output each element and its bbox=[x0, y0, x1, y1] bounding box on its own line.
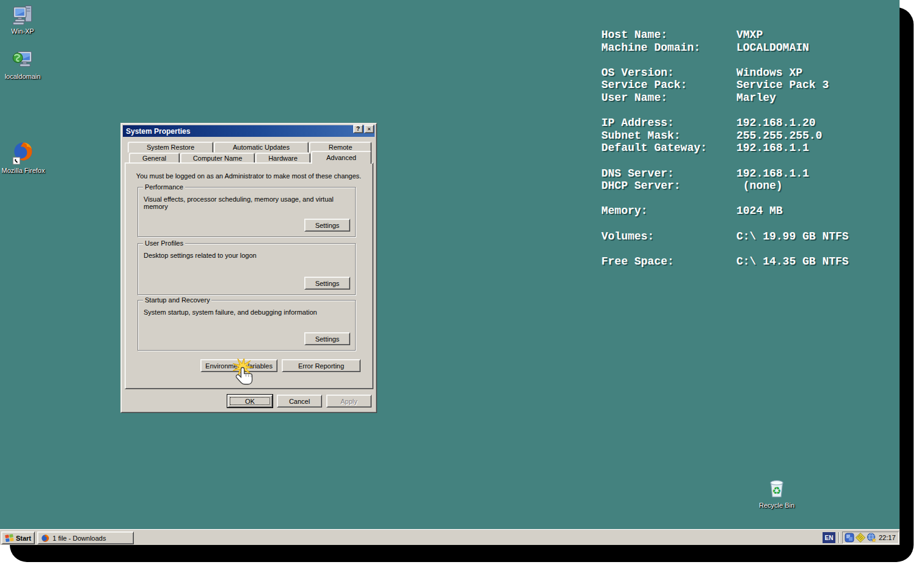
cancel-button[interactable]: Cancel bbox=[277, 395, 322, 407]
tab-system-restore[interactable]: System Restore bbox=[128, 142, 213, 153]
bginfo-value: 192.168.1.1 bbox=[736, 167, 809, 180]
bginfo-value: 255.255.255.0 bbox=[736, 130, 822, 142]
button-label: OK bbox=[245, 398, 255, 405]
bginfo-value: Windows XP bbox=[736, 67, 802, 79]
language-indicator[interactable]: EN bbox=[823, 532, 835, 543]
bginfo-value: VMXP bbox=[736, 29, 763, 42]
tab-label: Hardware bbox=[268, 155, 298, 162]
bginfo-label: DNS Server: bbox=[601, 167, 674, 180]
recycle-bin-icon: ♻ bbox=[765, 477, 788, 500]
dialog-titlebar[interactable]: System Properties bbox=[123, 125, 375, 137]
ok-button[interactable]: OK bbox=[227, 395, 273, 407]
bginfo-value: 192.168.1.20 bbox=[736, 117, 816, 130]
bginfo-value: Service Pack 3 bbox=[736, 79, 829, 92]
bginfo-section: IP Address:192.168.1.20 Subnet Mask:255.… bbox=[601, 117, 889, 155]
desktop-icon-label: Recycle Bin bbox=[755, 502, 799, 509]
user-profiles-group: User Profiles Desktop settings related t… bbox=[138, 243, 356, 295]
bginfo-row: Machine Domain:LOCALDOMAIN bbox=[601, 42, 889, 54]
bginfo-section: Memory:1024 MB bbox=[601, 205, 889, 217]
bginfo-value: 1024 MB bbox=[736, 205, 783, 217]
startup-recovery-settings-button[interactable]: Settings bbox=[304, 332, 350, 345]
desktop-icon-label: Mozilla Firefox bbox=[1, 167, 45, 174]
startup-recovery-group: Startup and Recovery System startup, sys… bbox=[138, 300, 356, 351]
bginfo-label: IP Address: bbox=[601, 117, 674, 129]
desktop-icon-recycle-bin[interactable]: ♻ Recycle Bin bbox=[755, 477, 799, 509]
performance-group: Performance Visual effects, processor sc… bbox=[138, 187, 356, 237]
tab-label: Computer Name bbox=[193, 155, 243, 162]
recycle-glyph: ♻ bbox=[772, 485, 782, 497]
tab-automatic-updates[interactable]: Automatic Updates bbox=[214, 142, 309, 153]
bginfo-label: OS Version: bbox=[601, 67, 674, 79]
group-description: Visual effects, processor scheduling, me… bbox=[144, 195, 355, 210]
bginfo-value: (none) bbox=[736, 180, 783, 192]
bginfo-value: C:\ 14.35 GB NTFS bbox=[736, 255, 849, 268]
close-button[interactable]: ✕ bbox=[364, 125, 374, 133]
group-title: Startup and Recovery bbox=[143, 296, 211, 304]
bginfo-label: Free Space: bbox=[601, 255, 674, 268]
tab-label: General bbox=[142, 155, 166, 162]
performance-settings-button[interactable]: Settings bbox=[304, 219, 350, 232]
start-button[interactable]: Start bbox=[1, 532, 35, 544]
bginfo-value: 192.168.1.1 bbox=[736, 142, 809, 155]
bginfo-section: Volumes:C:\ 19.99 GB NTFS bbox=[601, 230, 889, 243]
system-properties-dialog: System Properties ? ✕ System Restore Aut… bbox=[120, 123, 377, 413]
start-label: Start bbox=[16, 535, 31, 542]
bginfo-row: Volumes:C:\ 19.99 GB NTFS bbox=[601, 230, 889, 243]
admin-note: You must be logged on as an Administrato… bbox=[121, 172, 376, 180]
user-profiles-settings-button[interactable]: Settings bbox=[304, 277, 350, 290]
bginfo-row: Service Pack:Service Pack 3 bbox=[601, 79, 889, 92]
desktop: Win-XP localdomain Mozilla Fir bbox=[0, 0, 900, 545]
bginfo-row: IP Address:192.168.1.20 bbox=[601, 117, 889, 130]
group-title: User Profiles bbox=[143, 239, 185, 247]
group-title: Performance bbox=[143, 183, 185, 191]
bginfo-label: Machine Domain: bbox=[601, 42, 700, 54]
bginfo-section: Free Space:C:\ 14.35 GB NTFS bbox=[601, 255, 889, 268]
button-label: Settings bbox=[315, 280, 340, 287]
desktop-icon-win-xp[interactable]: Win-XP bbox=[1, 4, 45, 35]
bginfo-panel: Host Name:VMXP Machine Domain:LOCALDOMAI… bbox=[601, 29, 889, 280]
bginfo-label: Subnet Mask: bbox=[601, 130, 681, 142]
bginfo-section: OS Version:Windows XP Service Pack:Servi… bbox=[601, 67, 889, 104]
computer-icon bbox=[12, 4, 34, 26]
help-button[interactable]: ? bbox=[353, 125, 363, 133]
task-label: 1 file - Downloads bbox=[53, 535, 106, 542]
bginfo-value: C:\ 19.99 GB NTFS bbox=[736, 230, 849, 243]
desktop-icon-label: localdomain bbox=[1, 73, 45, 80]
button-label: Apply bbox=[340, 398, 358, 405]
environment-variables-button[interactable]: Environment Variables bbox=[200, 359, 277, 372]
firefox-icon bbox=[41, 534, 50, 543]
bginfo-label: DHCP Server: bbox=[601, 180, 681, 192]
tab-label: Remote bbox=[329, 144, 353, 151]
taskbar: Start 1 file - Downloads EN bbox=[0, 529, 900, 545]
tab-advanced[interactable]: Advanced bbox=[311, 151, 372, 164]
page: Win-XP localdomain Mozilla Fir bbox=[0, 0, 924, 570]
bginfo-value: Marley bbox=[736, 92, 776, 104]
bginfo-row: Host Name:VMXP bbox=[601, 29, 889, 42]
taskbar-task-downloads[interactable]: 1 file - Downloads bbox=[37, 532, 134, 544]
button-label: Settings bbox=[315, 222, 340, 229]
bginfo-label: Host Name: bbox=[601, 29, 667, 41]
bginfo-row: Memory:1024 MB bbox=[601, 205, 889, 217]
button-label: Settings bbox=[315, 335, 340, 343]
network-computer-icon bbox=[12, 49, 34, 71]
yellow-diamond-icon[interactable] bbox=[856, 533, 865, 543]
desktop-icon-firefox[interactable]: Mozilla Firefox bbox=[1, 141, 45, 174]
globe-star-icon[interactable] bbox=[867, 533, 876, 543]
bginfo-label: Volumes: bbox=[601, 230, 654, 243]
firefox-icon bbox=[12, 141, 35, 165]
bginfo-row: Free Space:C:\ 14.35 GB NTFS bbox=[601, 255, 889, 268]
tab-label: Advanced bbox=[326, 154, 356, 161]
bginfo-section: DNS Server:192.168.1.1 DHCP Server: (non… bbox=[601, 167, 889, 192]
taskbar-clock[interactable]: 22:17 bbox=[879, 534, 896, 541]
language-code: EN bbox=[825, 535, 834, 541]
error-reporting-button[interactable]: Error Reporting bbox=[282, 359, 361, 372]
apply-button[interactable]: Apply bbox=[326, 395, 372, 407]
tab-label: System Restore bbox=[147, 144, 194, 151]
bginfo-label: Memory: bbox=[601, 205, 648, 217]
vmware-tools-icon[interactable] bbox=[845, 533, 854, 543]
desktop-icon-localdomain[interactable]: localdomain bbox=[1, 49, 45, 80]
bginfo-row: DHCP Server: (none) bbox=[601, 180, 889, 192]
desktop-icon-label: Win-XP bbox=[1, 27, 45, 35]
dialog-title: System Properties bbox=[126, 127, 190, 136]
bginfo-value: LOCALDOMAIN bbox=[736, 42, 809, 54]
